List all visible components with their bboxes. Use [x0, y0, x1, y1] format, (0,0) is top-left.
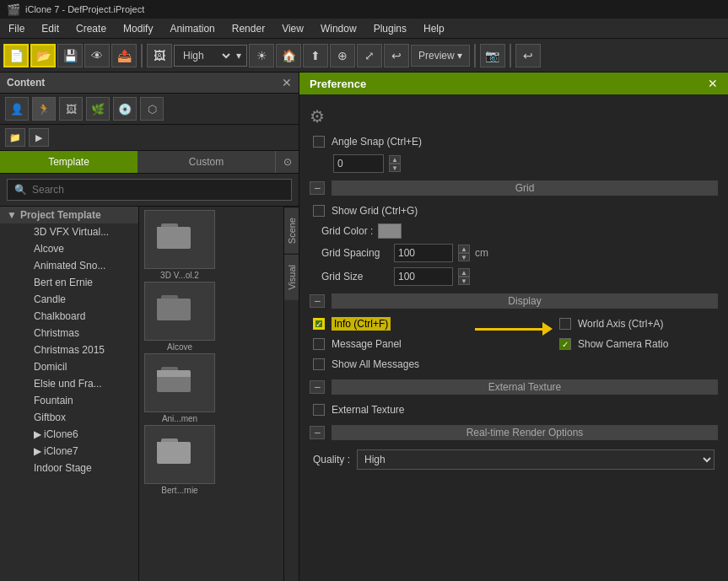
spin-up[interactable]: ▲ [458, 268, 470, 277]
camera-button[interactable]: 📷 [480, 44, 505, 67]
grid-color-swatch[interactable] [378, 223, 402, 239]
home-button[interactable]: 🏠 [276, 44, 301, 67]
tab-icon-scene[interactable]: 🖼 [59, 97, 83, 121]
spin-down[interactable]: ▼ [458, 253, 470, 261]
list-item[interactable]: Candle [17, 291, 138, 308]
show-grid-checkbox[interactable] [313, 205, 325, 217]
undo-button[interactable]: ↩ [515, 44, 541, 67]
open-button[interactable]: 📂 [30, 44, 56, 67]
grid-item-2[interactable]: Alcove [143, 282, 217, 352]
list-item[interactable]: Chalkboard [17, 308, 138, 325]
menu-render[interactable]: Render [224, 20, 273, 37]
angle-snap-checkbox[interactable] [313, 136, 325, 148]
info-row: Info (Ctrl+F) [310, 314, 472, 334]
grid-spacing-row: Grid Spacing ▲ ▼ cm [310, 241, 718, 265]
world-axis-checkbox[interactable] [559, 318, 571, 330]
list-item[interactable]: Fountain [17, 392, 138, 409]
tab-icon-motion[interactable]: 🏃 [32, 97, 56, 121]
tab-icon-actor[interactable]: 👤 [5, 97, 29, 121]
preview-button[interactable]: Preview ▾ [411, 45, 470, 67]
quality-select[interactable]: High Medium Low [357, 449, 715, 470]
transform-button[interactable]: ⬆ [303, 44, 328, 67]
content-panel: Content ✕ 👤 🏃 🖼 🌿 💿 ⬡ 📁 ▶ Template Custo… [0, 73, 299, 581]
list-item[interactable]: ▶iClone6 [17, 426, 138, 443]
list-item[interactable]: Bert en Ernie [17, 274, 138, 291]
list-item[interactable]: Christmas 2015 [17, 342, 138, 358]
menu-window[interactable]: Window [312, 20, 365, 37]
menu-view[interactable]: View [273, 20, 312, 37]
side-tab-scene[interactable]: Scene [284, 207, 299, 254]
content-panel-close[interactable]: ✕ [282, 76, 292, 89]
external-texture-checkbox[interactable] [313, 404, 325, 416]
new-button[interactable]: 📄 [3, 44, 29, 67]
info-checkbox[interactable] [313, 318, 325, 330]
grid-size-label: Grid Size [321, 271, 389, 282]
grid-collapse-btn[interactable]: − [310, 181, 325, 195]
sun-button[interactable]: ☀ [249, 44, 274, 67]
tab-icon-props[interactable]: 🌿 [86, 97, 110, 121]
list-item[interactable]: Giftbox [17, 409, 138, 426]
save-button[interactable]: 💾 [57, 44, 83, 67]
tab-icon-other[interactable]: ⬡ [140, 97, 164, 121]
menu-file[interactable]: File [0, 20, 33, 37]
menu-animation[interactable]: Animation [161, 20, 223, 37]
list-item[interactable]: Indoor Stage [17, 460, 138, 476]
show-all-label: Show All Messages [332, 358, 419, 370]
angle-snap-label: Angle Snap (Ctrl+E) [332, 136, 422, 148]
folder-forward[interactable]: ▶ [29, 128, 49, 147]
realtime-collapse-btn[interactable]: − [310, 426, 325, 439]
tab-template[interactable]: Template [0, 151, 138, 173]
scene-button[interactable]: 🖼 [147, 44, 172, 67]
preference-close[interactable]: ✕ [708, 77, 718, 90]
export-button[interactable]: 📤 [111, 44, 137, 67]
list-item[interactable]: Animated Sno... [17, 257, 138, 274]
tree-root[interactable]: ▼ Project Template [0, 207, 138, 223]
grid-item-1[interactable]: 3D V...ol.2 [143, 210, 217, 280]
grid-size-input[interactable] [394, 267, 453, 286]
quality-dropdown[interactable]: High Medium Low ▾ [174, 45, 247, 67]
menu-modify[interactable]: Modify [115, 20, 161, 37]
list-item[interactable]: ▶iClone7 [17, 443, 138, 460]
list-item[interactable]: Christmas [17, 325, 138, 342]
spin-up[interactable]: ▲ [458, 245, 470, 253]
list-item[interactable]: Domicil [17, 358, 138, 375]
ext-texture-collapse-btn[interactable]: − [310, 380, 325, 394]
grid-item-4[interactable]: Bert...rnie [143, 425, 217, 495]
tree-collapse-icon: ▼ [7, 209, 17, 221]
menu-plugins[interactable]: Plugins [365, 20, 415, 37]
folder-back[interactable]: 📁 [5, 128, 25, 147]
crosshair-button[interactable]: ⊕ [330, 44, 355, 67]
quality-select[interactable]: High Medium Low [180, 49, 233, 62]
preview-label: Preview [418, 50, 455, 62]
spin-down[interactable]: ▼ [389, 164, 401, 172]
grid-item-label-2: Alcove [143, 342, 217, 352]
tab-dropdown-btn[interactable]: ⊙ [275, 151, 299, 173]
list-item[interactable]: Elsie und Fra... [17, 375, 138, 392]
title-bar: 🎬 iClone 7 - DefProject.iProject [0, 0, 728, 19]
side-tab-visual[interactable]: Visual [284, 254, 299, 300]
rotate-button[interactable]: ↩ [384, 44, 409, 67]
menu-help[interactable]: Help [415, 20, 453, 37]
grid-size-spinner: ▲ ▼ [458, 268, 470, 285]
menu-edit[interactable]: Edit [33, 20, 67, 37]
message-panel-checkbox[interactable] [313, 338, 325, 350]
display-collapse-btn[interactable]: − [310, 294, 325, 308]
spin-down[interactable]: ▼ [458, 277, 470, 285]
grid-spacing-input[interactable] [394, 244, 453, 262]
search-input[interactable] [32, 184, 284, 196]
angle-snap-input[interactable] [333, 154, 384, 173]
camera-ratio-checkbox[interactable] [559, 338, 571, 350]
grid-item-3[interactable]: Ani...men [143, 353, 217, 423]
list-item[interactable]: Alcove [17, 240, 138, 257]
view-button[interactable]: 👁 [84, 44, 110, 67]
spin-up[interactable]: ▲ [389, 155, 401, 164]
tab-custom[interactable]: Custom [138, 151, 275, 173]
menu-create[interactable]: Create [67, 20, 115, 37]
list-item[interactable]: 3D VFX Virtual... [17, 223, 138, 240]
preference-title: Preference [310, 78, 366, 90]
tab-icon-particles[interactable]: 💿 [113, 97, 137, 121]
content-panel-title: Content [7, 77, 45, 89]
extend-button[interactable]: ⤢ [357, 44, 382, 67]
show-all-checkbox[interactable] [313, 358, 325, 370]
grid-spacing-unit: cm [475, 247, 488, 259]
